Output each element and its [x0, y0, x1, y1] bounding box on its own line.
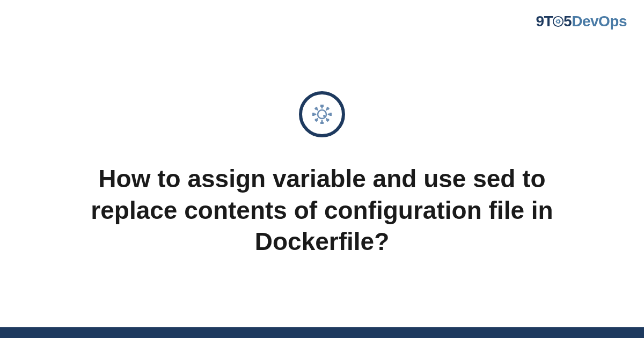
gear-icon: [309, 101, 335, 127]
main-content: How to assign variable and use sed to re…: [0, 0, 644, 338]
gear-circle-icon: [299, 91, 345, 137]
svg-point-2: [323, 115, 325, 117]
bottom-bar: [0, 327, 644, 338]
page-title: How to assign variable and use sed to re…: [64, 163, 580, 258]
